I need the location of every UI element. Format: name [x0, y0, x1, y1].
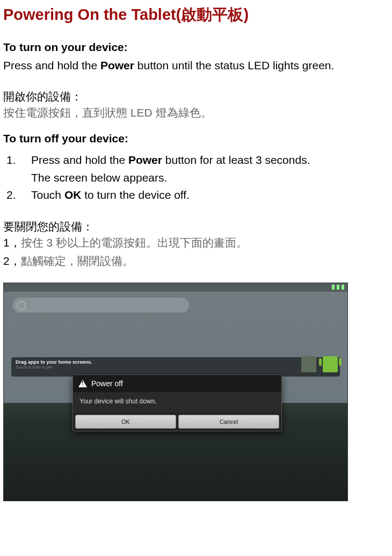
status-bar [4, 283, 347, 292]
off-step-1: 1. Press and hold the Power button for a… [3, 151, 389, 169]
tablet-screenshot: Drag apps to your home screens. Touch & … [3, 283, 348, 501]
turn-on-text-2: button until the status LED lights green… [134, 59, 334, 71]
step-text: Press and hold the Power button for at l… [31, 151, 389, 169]
off-step-2: 2. Touch OK to turn the device off. [3, 186, 389, 204]
zh-turn-on-heading: 開啟你的設備： [3, 89, 389, 104]
step-number: 1. [3, 151, 31, 169]
dialog-title: Power off [91, 379, 123, 388]
ok-button[interactable]: OK [75, 415, 176, 429]
power-word: Power [100, 59, 134, 71]
title-zh: 啟動平板 [181, 6, 243, 23]
turn-on-heading: To turn on your device: [3, 41, 389, 54]
title-en: Powering On the Tablet( [3, 6, 181, 23]
turn-off-steps: 1. Press and hold the Power button for a… [3, 151, 389, 204]
shelf-line1: Drag apps to your home screens. [16, 359, 336, 365]
zh-off-step-1: 1，按住 3 秒以上的電源按鈕。出現下面的畫面。 [3, 235, 389, 250]
dialog-header: Power off [73, 375, 281, 392]
shelf-line2: Touch & hold to pin. [16, 365, 336, 370]
app-drawer-hint: Drag apps to your home screens. Touch & … [11, 357, 340, 377]
zh-off-step-2: 2，點觸確定，關閉設備。 [3, 254, 389, 269]
step-text: Touch OK to turn the device off. [31, 186, 389, 204]
step-number: 2. [3, 186, 31, 204]
ok-word: OK [64, 189, 82, 201]
turn-on-text-1: Press and hold the [3, 59, 100, 71]
power-word: Power [128, 154, 162, 166]
zh-turn-on-body: 按住電源按鈕，直到狀態 LED 燈為綠色。 [3, 105, 389, 120]
turn-on-paragraph: Press and hold the Power button until th… [3, 58, 389, 73]
warning-icon [78, 380, 87, 387]
cancel-button[interactable]: Cancel [178, 415, 279, 429]
search-icon [17, 301, 26, 310]
search-box[interactable] [12, 297, 190, 313]
dialog-body: Your device will shut down. [73, 392, 281, 413]
title-close: ) [243, 6, 249, 23]
page-title: Powering On the Tablet(啟動平板) [3, 4, 389, 26]
off-step-1-sub: The screen below appears. [31, 169, 389, 187]
dialog-buttons: OK Cancel [73, 413, 281, 431]
zh-turn-off-heading: 要關閉您的設備： [3, 219, 389, 234]
status-icons [332, 285, 344, 290]
android-icon [323, 356, 338, 372]
turn-off-heading: To turn off your device: [3, 132, 389, 145]
android-icon [301, 356, 316, 372]
power-off-dialog: Power off Your device will shut down. OK… [72, 374, 282, 431]
